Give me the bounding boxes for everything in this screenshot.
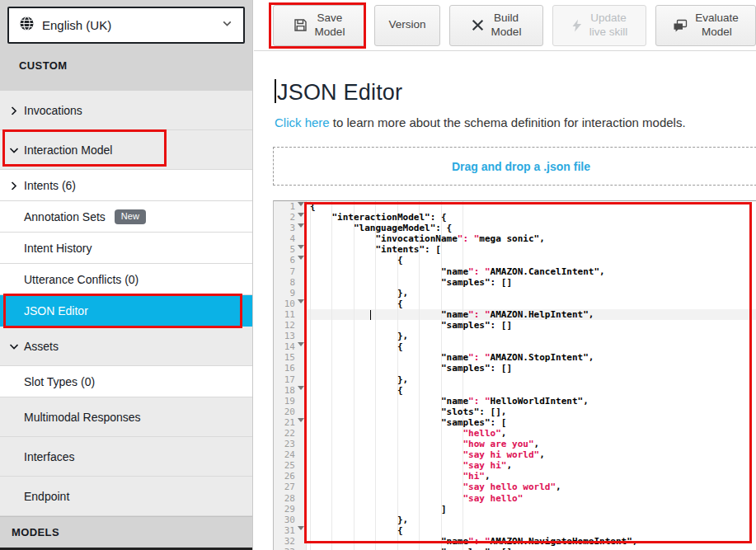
sidebar-item-label: Annotation Sets: [24, 210, 106, 223]
update-live-skill-button[interactable]: Updatelive skill: [552, 5, 646, 46]
line-number: 2: [289, 212, 295, 223]
line-number: 13: [284, 331, 295, 341]
version-button[interactable]: Version: [374, 5, 440, 46]
sidebar-item-intent-history[interactable]: Intent History: [0, 233, 252, 264]
code-line: "languageModel": {: [310, 223, 756, 233]
editor-code-area[interactable]: { "interactionModel": { "languageModel":…: [307, 201, 756, 550]
sidebar-item-label: Assets: [24, 340, 59, 353]
fold-toggle-icon[interactable]: [295, 417, 304, 428]
editor-gutter: 1234567891011121314151617181920212223242…: [274, 201, 307, 550]
line-number: 14: [284, 341, 295, 352]
fold-toggle-icon[interactable]: [295, 212, 304, 223]
code-line: {: [310, 201, 756, 212]
button-label: Version: [388, 18, 425, 32]
code-line: "hi",: [310, 471, 756, 482]
code-line: {: [310, 299, 756, 309]
line-number: 17: [284, 374, 295, 385]
fold-toggle-icon[interactable]: [295, 201, 304, 212]
language-selector[interactable]: English (UK): [7, 7, 245, 44]
line-number: 1: [289, 201, 295, 212]
json-dropzone[interactable]: Drag and drop a .json file: [273, 147, 756, 186]
sidebar-item-endpoint[interactable]: Endpoint: [0, 477, 252, 516]
fold-toggle-icon[interactable]: [295, 255, 304, 266]
evaluate-model-button[interactable]: EvaluateModel: [655, 5, 756, 46]
fold-toggle-icon[interactable]: [295, 341, 304, 352]
save-model-button[interactable]: SaveModel: [273, 5, 365, 46]
fold-toggle-icon[interactable]: [295, 299, 304, 309]
line-number: 15: [284, 352, 295, 363]
subtitle: Click here to learn more about the schem…: [275, 115, 756, 132]
editor-caret: [370, 310, 372, 320]
sidebar-item-slot-types-0[interactable]: Slot Types (0): [0, 366, 252, 397]
line-number: 21: [284, 417, 295, 428]
page-title: JSON Editor: [275, 78, 756, 107]
line-number: 19: [284, 396, 295, 407]
sidebar-item-label: Endpoint: [24, 490, 69, 503]
code-line: "name": "AMAZON.NavigateHomeIntent",: [310, 536, 756, 547]
line-number: 10: [284, 299, 295, 309]
fold-toggle-icon[interactable]: [295, 525, 304, 536]
line-number: 30: [284, 515, 295, 525]
fold-toggle-icon[interactable]: [295, 223, 304, 233]
code-line: "samples": []: [310, 547, 756, 550]
build-model-button[interactable]: BuildModel: [449, 5, 543, 46]
line-number: 27: [284, 482, 295, 492]
code-line: "samples": []: [310, 363, 756, 374]
chevron-right-icon: [9, 106, 18, 115]
code-line: "invocationName": "mega sonic",: [310, 233, 756, 244]
sidebar: English (UK) CUSTOM InvocationsInteracti…: [0, 0, 253, 550]
sidebar-item-interfaces[interactable]: Interfaces: [0, 437, 252, 477]
chevron-down-icon: [9, 341, 18, 350]
sidebar-item-interaction-model[interactable]: Interaction Model: [0, 130, 252, 170]
line-number: 28: [284, 493, 295, 504]
line-number: 12: [284, 320, 295, 331]
sidebar-item-label: Utterance Conflicts (0): [24, 273, 139, 286]
code-line: "name": "AMAZON.StopIntent",: [310, 352, 756, 363]
line-number: 16: [284, 363, 295, 374]
code-line: "say hi world",: [310, 449, 756, 460]
line-number: 11: [284, 309, 295, 320]
sidebar-item-invocations[interactable]: Invocations: [0, 91, 252, 130]
sidebar-item-intents-6[interactable]: Intents (6): [0, 170, 252, 201]
fold-toggle-icon[interactable]: [295, 244, 304, 255]
code-line: ]: [310, 504, 756, 515]
lightning-icon: [571, 19, 582, 32]
code-line: },: [310, 515, 756, 525]
code-line: "interactionModel": {: [310, 212, 756, 223]
code-line: "samples": [: [310, 417, 756, 428]
sidebar-item-utterance-conflicts-0[interactable]: Utterance Conflicts (0): [0, 264, 252, 295]
json-code-editor[interactable]: 1234567891011121314151617181920212223242…: [273, 200, 756, 550]
sidebar-item-assets[interactable]: Assets: [0, 327, 252, 366]
text-cursor: [275, 79, 276, 103]
line-number: 26: [284, 471, 295, 482]
code-line: "samples": []: [310, 320, 756, 331]
fold-toggle-icon[interactable]: [295, 385, 304, 396]
line-number: 25: [284, 460, 295, 471]
line-number: 18: [284, 385, 295, 396]
chevron-down-icon: [221, 17, 233, 33]
line-number: 20: [284, 407, 295, 417]
code-line: "how are you",: [310, 439, 756, 449]
line-number: 6: [289, 255, 295, 266]
code-line: "slots": [],: [310, 407, 756, 417]
sidebar-top: English (UK) CUSTOM: [0, 0, 252, 91]
line-number: 9: [289, 288, 295, 299]
sidebar-item-json-editor[interactable]: JSON Editor: [0, 295, 252, 327]
code-line: {: [310, 341, 756, 352]
line-number: 32: [284, 536, 295, 547]
sidebar-item-label: JSON Editor: [24, 304, 88, 317]
line-number: 24: [284, 449, 295, 460]
button-label: Updatelive skill: [589, 12, 628, 40]
code-line: "name": "AMAZON.CancelIntent",: [310, 266, 756, 277]
sidebar-item-multimodal-responses[interactable]: Multimodal Responses: [0, 397, 252, 437]
code-line: },: [310, 288, 756, 299]
code-line: "intents": [: [310, 244, 756, 255]
code-line: {: [310, 525, 756, 536]
code-line: },: [310, 331, 756, 341]
content: JSON Editor Click here to learn more abo…: [254, 51, 756, 550]
sidebar-item-label: Multimodal Responses: [24, 411, 141, 424]
sidebar-item-label: Interaction Model: [24, 143, 112, 157]
sidebar-item-annotation-sets[interactable]: Annotation SetsNew: [0, 201, 252, 233]
sidebar-item-label: Intent History: [24, 242, 92, 255]
click-here-link[interactable]: Click here: [275, 115, 330, 129]
